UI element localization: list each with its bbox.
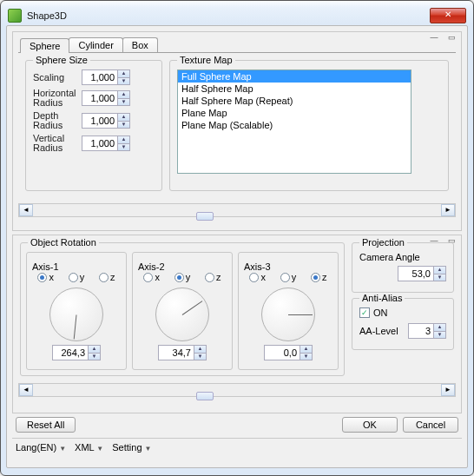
radio-label: x — [155, 272, 160, 282]
radio-label: x — [49, 272, 54, 282]
radio-icon — [205, 273, 214, 282]
spin-down-icon[interactable]: ▼ — [117, 98, 129, 105]
spin-up-icon[interactable]: ▲ — [433, 324, 445, 331]
scroll-thumb[interactable] — [196, 392, 214, 400]
projection-group: Projection Camera Angle ▲▼ — [352, 242, 454, 293]
axis-1-group: Axis-1xyz▲▼ — [26, 252, 127, 370]
spin-down-icon[interactable]: ▼ — [433, 274, 445, 281]
vertical-radius-spinner[interactable]: ▲▼ — [82, 136, 130, 151]
ok-button[interactable]: OK — [342, 417, 398, 433]
spin-input[interactable] — [82, 114, 117, 128]
spin-input[interactable] — [82, 91, 117, 105]
spin-up-icon[interactable]: ▲ — [117, 136, 129, 143]
titlebar: Shape3D ✕ — [6, 6, 468, 25]
spin-down-icon[interactable]: ▼ — [433, 331, 445, 338]
rotation-dial[interactable] — [49, 288, 103, 341]
spin-input[interactable] — [53, 346, 88, 360]
spin-down-icon[interactable]: ▼ — [194, 353, 206, 360]
field-label: Vertical Radius — [33, 134, 78, 153]
axis-radio-y[interactable]: y — [174, 272, 191, 282]
scroll-left-icon[interactable]: ◄ — [19, 384, 33, 396]
spin-down-icon[interactable]: ▼ — [117, 77, 129, 84]
tab-cylinder[interactable]: Cylinder — [69, 37, 122, 52]
spin-up-icon[interactable]: ▲ — [117, 70, 129, 77]
axis-value-spinner[interactable]: ▲▼ — [158, 345, 207, 360]
spin-up-icon[interactable]: ▲ — [433, 267, 445, 274]
panel-restore-icon[interactable]: ▭ — [445, 33, 458, 42]
antialias-group: Anti-Alias ✓ ON AA-Level ▲▼ — [352, 298, 454, 350]
list-item[interactable]: Plane Map — [178, 107, 411, 119]
status-item[interactable]: Lang(EN) ▼ — [12, 442, 69, 453]
radio-icon — [311, 273, 320, 282]
axis-radio-y[interactable]: y — [69, 272, 85, 282]
app-window: Shape3D ✕ — ▭ SphereCylinderBox Sphere S… — [0, 0, 474, 476]
axis-radio-x[interactable]: x — [249, 272, 266, 282]
spin-down-icon[interactable]: ▼ — [88, 353, 100, 360]
cancel-button[interactable]: Cancel — [403, 417, 458, 433]
group-legend: Axis-1 — [32, 261, 121, 272]
aa-level-input[interactable] — [409, 324, 433, 338]
spin-up-icon[interactable]: ▲ — [117, 91, 129, 98]
statusbar: Lang(EN) ▼XML ▼Setting ▼ — [12, 438, 462, 453]
sphere-size-group: Sphere Size Scaling▲▼Horizontal Radius▲▼… — [25, 60, 162, 191]
spin-input[interactable] — [82, 136, 117, 150]
scroll-right-icon[interactable]: ► — [441, 204, 455, 216]
horizontal-radius-spinner[interactable]: ▲▼ — [82, 90, 130, 106]
axis-radio-z[interactable]: z — [205, 272, 221, 282]
axis-value-spinner[interactable]: ▲▼ — [264, 345, 313, 360]
dropdown-icon: ▼ — [96, 445, 103, 453]
hscrollbar[interactable]: ◄ ► — [18, 203, 456, 217]
axis-radio-y[interactable]: y — [280, 272, 297, 282]
reset-all-button[interactable]: Reset All — [16, 417, 76, 433]
antialias-on-checkbox[interactable]: ✓ ON — [359, 307, 446, 318]
camera-angle-input[interactable] — [398, 267, 433, 281]
aa-level-spinner[interactable]: ▲▼ — [408, 323, 446, 339]
close-button[interactable]: ✕ — [430, 8, 466, 23]
tab-sphere[interactable]: Sphere — [20, 38, 69, 53]
checkbox-icon: ✓ — [359, 307, 370, 318]
group-legend: Sphere Size — [33, 55, 90, 65]
scroll-thumb[interactable] — [196, 212, 214, 221]
dialog-buttons: Reset All OK Cancel — [12, 417, 462, 433]
depth-radius-spinner[interactable]: ▲▼ — [82, 113, 130, 129]
axis-radio-z[interactable]: z — [99, 272, 115, 282]
list-item[interactable]: Half Sphere Map — [178, 83, 411, 95]
radio-label: z — [216, 272, 221, 282]
spin-input[interactable] — [82, 70, 117, 84]
list-item[interactable]: Full Sphere Map — [178, 70, 411, 83]
spin-down-icon[interactable]: ▼ — [117, 143, 129, 150]
spin-down-icon[interactable]: ▼ — [300, 353, 312, 360]
hscrollbar[interactable]: ◄ ► — [18, 383, 456, 397]
upper-panel: — ▭ SphereCylinderBox Sphere Size Scalin… — [12, 31, 462, 231]
camera-angle-label: Camera Angle — [359, 252, 446, 262]
radio-icon — [249, 273, 259, 282]
rotation-dial[interactable] — [261, 288, 315, 341]
axis-radio-x[interactable]: x — [143, 272, 160, 282]
axis-radio-z[interactable]: z — [311, 272, 327, 282]
tab-box[interactable]: Box — [122, 37, 158, 52]
spin-up-icon[interactable]: ▲ — [300, 346, 312, 353]
panel-minimize-icon[interactable]: — — [428, 33, 440, 42]
spin-up-icon[interactable]: ▲ — [88, 346, 100, 353]
texture-listbox[interactable]: Full Sphere MapHalf Sphere MapHalf Spher… — [177, 69, 411, 174]
radio-icon — [143, 273, 153, 282]
status-item[interactable]: Setting ▼ — [109, 442, 155, 453]
status-item[interactable]: XML ▼ — [71, 442, 107, 453]
group-legend: Projection — [359, 237, 407, 248]
scroll-right-icon[interactable]: ► — [441, 384, 455, 396]
list-item[interactable]: Plane Map (Scalable) — [178, 119, 411, 131]
radio-icon — [280, 273, 290, 282]
spin-up-icon[interactable]: ▲ — [194, 346, 206, 353]
spin-input[interactable] — [159, 346, 194, 360]
spin-up-icon[interactable]: ▲ — [117, 114, 129, 121]
axis-radio-x[interactable]: x — [37, 272, 54, 282]
camera-angle-spinner[interactable]: ▲▼ — [398, 266, 446, 281]
spin-input[interactable] — [265, 346, 300, 360]
list-item[interactable]: Half Sphere Map (Repeat) — [178, 95, 411, 107]
rotation-dial[interactable] — [155, 288, 209, 341]
spin-down-icon[interactable]: ▼ — [117, 121, 129, 128]
scroll-left-icon[interactable]: ◄ — [19, 204, 33, 216]
scaling-spinner[interactable]: ▲▼ — [82, 69, 130, 85]
axis-value-spinner[interactable]: ▲▼ — [52, 345, 101, 360]
group-legend: Object Rotation — [28, 237, 99, 248]
